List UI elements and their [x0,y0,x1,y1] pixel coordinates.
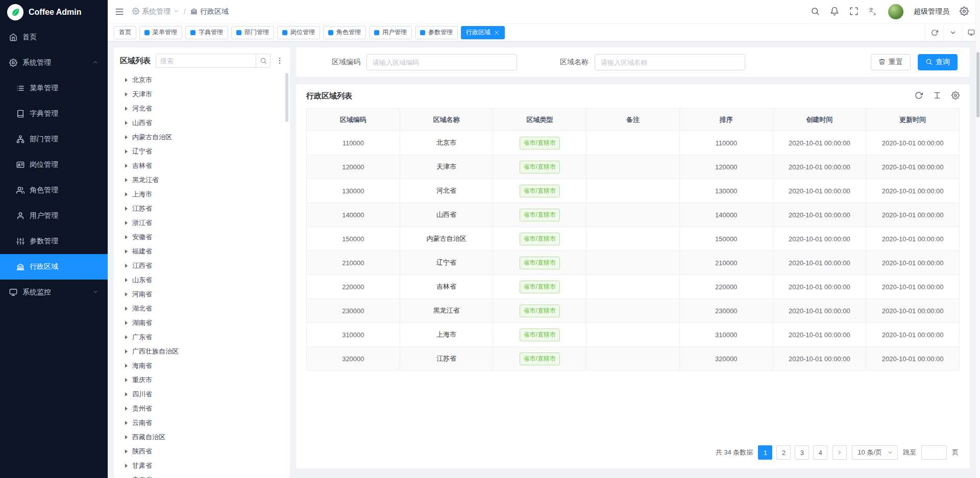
close-icon[interactable] [494,30,500,36]
sidebar-item-role-management[interactable]: 角色管理 [0,178,108,203]
breadcrumb-item-system[interactable]: 系统管理 [132,7,179,16]
chevron-down-icon[interactable] [943,24,962,41]
sidebar-item-param-management[interactable]: 参数管理 [0,229,108,254]
tree-item[interactable]: 江西省 [120,259,284,273]
chevron-right-icon[interactable] [125,335,128,339]
sidebar-collapse-icon[interactable] [115,7,124,16]
chevron-right-icon[interactable] [125,421,128,425]
chevron-right-icon[interactable] [125,135,128,139]
chevron-right-icon[interactable] [125,221,128,225]
search-icon[interactable] [256,54,270,67]
chevron-right-icon[interactable] [125,407,128,411]
chevron-right-icon[interactable] [125,449,128,454]
tab[interactable]: 参数管理 [415,26,458,39]
sidebar-item-dict-management[interactable]: 字典管理 [0,101,108,127]
tree-item[interactable]: 湖南省 [120,316,284,330]
tree-item[interactable]: 广东省 [120,330,284,344]
region-code-input[interactable] [366,54,517,70]
tree-item[interactable]: 贵州省 [120,401,284,416]
tree-item[interactable]: 内蒙古自治区 [120,130,284,144]
chevron-right-icon[interactable] [125,178,128,182]
tab[interactable]: 字典管理 [185,26,228,39]
sidebar-item-user-management[interactable]: 用户管理 [0,203,108,229]
refresh-icon[interactable] [915,91,923,101]
chevron-right-icon[interactable] [125,78,128,82]
tree-item[interactable]: 山西省 [120,116,284,130]
tree-item[interactable]: 北京市 [120,73,284,87]
tree-item[interactable]: 福建省 [120,244,284,259]
tree-item[interactable]: 陕西省 [120,444,284,459]
tree-item[interactable]: 河南省 [120,287,284,301]
tree-item[interactable]: 青海省 [120,473,284,478]
chevron-right-icon[interactable] [125,92,128,96]
sidebar-item-post-management[interactable]: 岗位管理 [0,152,108,178]
page-size-select[interactable]: 10 条/页 [852,445,898,460]
translate-icon[interactable] [869,7,878,17]
chevron-right-icon[interactable] [125,207,128,211]
tree-item[interactable]: 四川省 [120,387,284,401]
chevron-right-icon[interactable] [125,164,128,168]
username[interactable]: 超级管理员 [914,7,949,16]
tree-item[interactable]: 黑龙江省 [120,173,284,187]
page-button[interactable]: 1 [758,445,772,460]
chevron-right-icon[interactable] [125,392,128,396]
chevron-right-icon[interactable] [125,278,128,282]
chevron-right-icon[interactable] [125,321,128,325]
tree-scrollbar-thumb[interactable] [285,73,288,122]
tree-item[interactable]: 吉林省 [120,159,284,173]
tab[interactable]: 部门管理 [231,26,274,39]
chevron-right-icon[interactable] [125,192,128,196]
chevron-right-icon[interactable] [125,464,128,468]
sidebar-item-dept-management[interactable]: 部门管理 [0,127,108,152]
tree-item[interactable]: 湖北省 [120,301,284,316]
tab[interactable]: 岗位管理 [277,26,320,39]
chevron-right-icon[interactable] [125,378,128,382]
query-button[interactable]: 查询 [918,54,958,70]
chevron-right-icon[interactable] [125,107,128,111]
chevron-right-icon[interactable] [125,292,128,296]
tree-item[interactable]: 山东省 [120,273,284,287]
tree-item[interactable]: 江苏省 [120,202,284,216]
tab[interactable]: 菜单管理 [139,26,182,39]
tree-item[interactable]: 海南省 [120,359,284,373]
more-options-icon[interactable] [276,57,284,65]
sidebar-item-menu-management[interactable]: 菜单管理 [0,76,108,101]
page-scrollbar-thumb[interactable] [976,52,979,117]
tree-item[interactable]: 天津市 [120,87,284,102]
tab[interactable]: 首页 [114,26,136,39]
tree-item[interactable]: 安徽省 [120,230,284,244]
tree-item[interactable]: 重庆市 [120,373,284,387]
tree-item[interactable]: 西藏自治区 [120,430,284,444]
chevron-right-icon[interactable] [125,235,128,239]
gear-icon[interactable] [951,91,960,101]
next-page-button[interactable] [832,445,847,460]
search-icon[interactable] [811,7,820,17]
page-button[interactable]: 3 [795,445,809,460]
chevron-right-icon[interactable] [125,364,128,368]
tree-item[interactable]: 河北省 [120,102,284,116]
fullscreen-icon[interactable] [849,7,859,17]
chevron-right-icon[interactable] [125,349,128,354]
tree-item[interactable]: 上海市 [120,187,284,202]
jump-page-input[interactable] [921,445,947,460]
sidebar-item-home[interactable]: 首页 [0,24,108,50]
tab[interactable]: 行政区域 [461,26,505,39]
tree-item[interactable]: 浙江省 [120,216,284,230]
region-search-input[interactable] [156,57,256,65]
tree-item[interactable]: 广西壮族自治区 [120,344,284,359]
bell-icon[interactable] [830,7,839,17]
chevron-right-icon[interactable] [125,121,128,125]
gear-icon[interactable] [960,7,969,17]
tab[interactable]: 角色管理 [323,26,366,39]
chevron-right-icon[interactable] [125,264,128,268]
reset-button[interactable]: 重置 [871,54,911,70]
sidebar-section-system-management[interactable]: 系统管理 [0,50,108,76]
page-button[interactable]: 2 [776,445,791,460]
chevron-right-icon[interactable] [125,307,128,311]
tree-item[interactable]: 辽宁省 [120,144,284,159]
refresh-icon[interactable] [925,24,943,41]
chevron-right-icon[interactable] [125,149,128,154]
region-name-input[interactable] [595,54,745,70]
tree-item[interactable]: 甘肃省 [120,459,284,473]
sidebar-item-admin-region[interactable]: 行政区域 [0,254,108,280]
